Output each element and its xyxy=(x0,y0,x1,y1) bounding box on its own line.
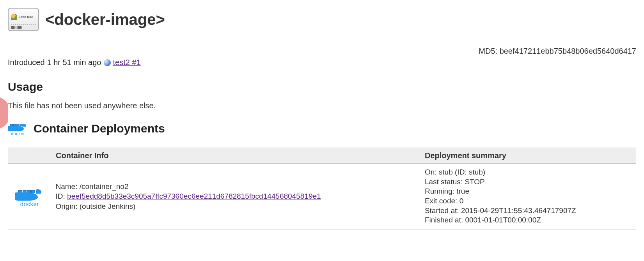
summary-started-label: Started at: xyxy=(425,206,459,215)
build-status-ball-icon xyxy=(104,59,111,66)
page-title: <docker-image> xyxy=(45,11,165,28)
docker-logo-icon: docker xyxy=(13,186,46,207)
introduced-prefix: Introduced xyxy=(8,58,45,67)
summary-status-label: Last status: xyxy=(425,178,463,186)
docker-logo-text: docker xyxy=(20,201,39,207)
build-link[interactable]: test2 #1 xyxy=(113,58,141,67)
summary-started-value: 2015-04-29T11:55:43.464717907Z xyxy=(461,206,576,215)
summary-running-label: Running: xyxy=(425,187,454,195)
docker-logo-text: docker xyxy=(11,131,25,136)
introduced-row: Introduced 1 hr 51 min ago test2 #1 xyxy=(8,58,636,67)
md5-row: MD5: beef417211ebb75b48b06ed5640d6417 xyxy=(8,47,636,56)
summary-status-value: STOP xyxy=(465,178,484,186)
docker-logo-icon: docker xyxy=(8,121,28,136)
summary-finished-label: Finished at: xyxy=(425,216,463,224)
container-name-label: Name: xyxy=(56,182,78,190)
table-header-row: Container Info Deployment summary xyxy=(8,148,636,164)
container-id-label: ID: xyxy=(56,192,65,200)
summary-finished-value: 0001-01-01T00:00:00Z xyxy=(465,216,541,224)
container-origin-value: (outside Jenkins) xyxy=(80,202,136,210)
column-header-icon xyxy=(8,148,51,164)
md5-label: MD5: xyxy=(479,47,497,55)
introduced-ago: 1 hr 51 min ago xyxy=(47,58,101,67)
summary-on-value: stub (ID: stub) xyxy=(439,168,485,176)
summary-exit-label: Exit code: xyxy=(425,197,457,205)
summary-exit-value: 0 xyxy=(459,197,464,205)
container-id-link[interactable]: beef5edd8d5b33e3c905a7ffc97360ec6ee211d6… xyxy=(67,192,321,200)
column-header-info: Container Info xyxy=(51,148,420,164)
md5-value: beef417211ebb75b48b06ed5640d6417 xyxy=(500,47,636,55)
deployments-header: docker Container Deployments xyxy=(8,121,636,136)
badge-name: John Doe xyxy=(19,15,33,19)
container-info-block: Name: /container_no2 ID: beef5edd8d5b33e… xyxy=(56,182,415,212)
butler-background-graphic xyxy=(0,74,8,152)
page-header: John Doe <docker-image> xyxy=(8,8,636,31)
deployment-summary-block: On: stub (ID: stub) Last status: STOP Ru… xyxy=(425,168,631,225)
deployments-heading: Container Deployments xyxy=(34,122,165,135)
summary-running-value: true xyxy=(456,187,469,195)
column-header-summary: Deployment summary xyxy=(420,148,636,164)
deployments-table: Container Info Deployment summary docker xyxy=(8,148,636,229)
person-icon xyxy=(11,14,17,20)
usage-heading: Usage xyxy=(8,80,636,93)
table-row: docker Name: /container_no2 ID: beef5edd… xyxy=(8,164,636,229)
summary-on-label: On: xyxy=(425,168,437,176)
usage-text: This file has not been used anywhere els… xyxy=(8,101,636,110)
container-origin-label: Origin: xyxy=(56,202,78,210)
container-name-value: /container_no2 xyxy=(80,182,129,190)
fingerprint-badge-icon: John Doe xyxy=(8,8,39,31)
